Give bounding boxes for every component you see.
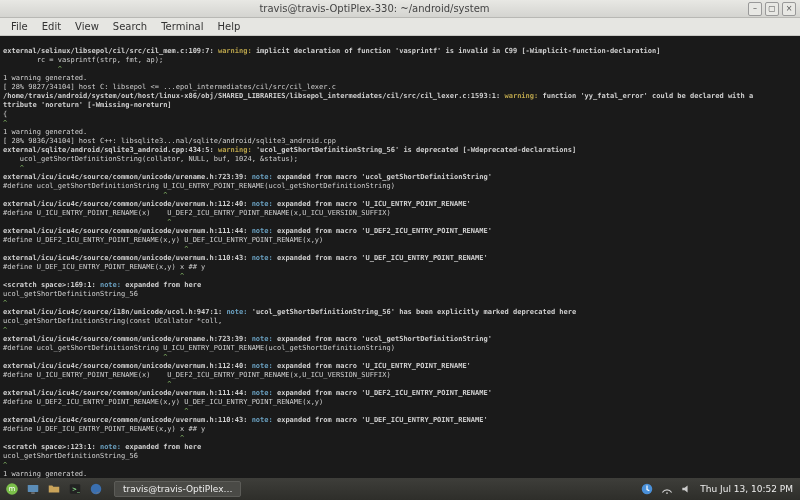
svg-rect-3 bbox=[31, 493, 35, 494]
svg-text:>_: >_ bbox=[72, 486, 80, 493]
window-title: travis@travis-OptiPlex-330: ~/android/sy… bbox=[4, 3, 745, 14]
terminal-icon: >_ bbox=[68, 482, 82, 496]
taskbar: m >_ travis@travis-OptiPlex… Thu Jul 13,… bbox=[0, 478, 800, 500]
firefox-icon bbox=[89, 482, 103, 496]
menu-file[interactable]: File bbox=[4, 19, 35, 34]
mint-menu-icon: m bbox=[5, 482, 19, 496]
svg-point-8 bbox=[666, 492, 668, 494]
menu-terminal[interactable]: Terminal bbox=[154, 19, 210, 34]
volume-icon[interactable] bbox=[680, 482, 694, 496]
menu-view[interactable]: View bbox=[68, 19, 106, 34]
network-icon[interactable] bbox=[660, 482, 674, 496]
window-minimize-button[interactable]: – bbox=[748, 2, 762, 16]
menubar: File Edit View Search Terminal Help bbox=[0, 18, 800, 36]
terminal-output[interactable]: external/selinux/libsepol/cil/src/cil_me… bbox=[0, 36, 800, 478]
files-launcher[interactable] bbox=[45, 480, 63, 498]
taskbar-window-button[interactable]: travis@travis-OptiPlex… bbox=[114, 481, 241, 497]
start-menu-button[interactable]: m bbox=[3, 480, 21, 498]
clock[interactable]: Thu Jul 13, 10:52 PM bbox=[700, 484, 793, 494]
svg-point-6 bbox=[91, 484, 102, 495]
window-close-button[interactable]: × bbox=[782, 2, 796, 16]
menu-edit[interactable]: Edit bbox=[35, 19, 68, 34]
browser-launcher[interactable] bbox=[87, 480, 105, 498]
folder-icon bbox=[47, 482, 61, 496]
desktop-icon bbox=[26, 482, 40, 496]
show-desktop-button[interactable] bbox=[24, 480, 42, 498]
svg-rect-2 bbox=[28, 485, 39, 492]
menu-search[interactable]: Search bbox=[106, 19, 154, 34]
svg-text:m: m bbox=[9, 485, 16, 493]
menu-help[interactable]: Help bbox=[210, 19, 247, 34]
window-maximize-button[interactable]: ▢ bbox=[765, 2, 779, 16]
terminal-launcher[interactable]: >_ bbox=[66, 480, 84, 498]
system-tray: Thu Jul 13, 10:52 PM bbox=[640, 482, 797, 496]
update-manager-icon[interactable] bbox=[640, 482, 654, 496]
window-titlebar: travis@travis-OptiPlex-330: ~/android/sy… bbox=[0, 0, 800, 18]
